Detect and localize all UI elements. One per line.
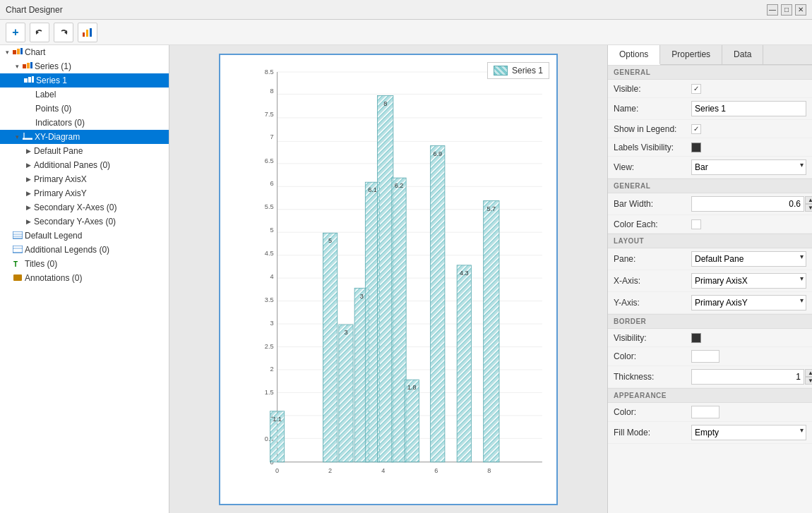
chart-container: Series 1	[219, 54, 558, 505]
bar-1	[323, 233, 337, 462]
view-select[interactable]: Bar	[691, 159, 806, 175]
redo-button[interactable]	[54, 23, 73, 42]
border-thickness-down[interactable]: ▼	[805, 377, 812, 385]
svg-text:2: 2	[270, 365, 273, 372]
bar-width-spinner: ▲ ▼	[805, 196, 812, 212]
add-button[interactable]: +	[6, 23, 25, 42]
border-thickness-input[interactable]	[691, 369, 804, 385]
svg-rect-8	[23, 64, 26, 68]
svg-rect-3	[86, 30, 88, 37]
prop-value-border-thickness: ▲ ▼	[691, 369, 812, 385]
prop-label-visible: Visible:	[614, 84, 691, 94]
prop-value-pane: Default Pane	[691, 251, 806, 267]
props-content: GENERAL Visible: ✓ Name: Show in Legend:…	[608, 65, 812, 444]
tree-item-additional-panes[interactable]: ▶ Additional Panes (0)	[0, 158, 169, 172]
expand-chart[interactable]: ▾	[3, 48, 11, 56]
prop-view: View: Bar	[608, 157, 812, 179]
tree-label-secondary-x-axes: Secondary X-Axes (0)	[34, 203, 117, 212]
tree-item-series1[interactable]: Series 1	[0, 73, 169, 87]
chart-button[interactable]	[78, 23, 97, 42]
tree-item-annotations[interactable]: Annotations (0)	[0, 271, 169, 285]
tree-item-primary-axisx[interactable]: ▶ Primary AxisX	[0, 172, 169, 186]
svg-text:3.5: 3.5	[265, 296, 274, 303]
minimize-button[interactable]: —	[767, 4, 778, 16]
svg-text:5: 5	[270, 227, 273, 234]
toolbar: +	[0, 20, 812, 45]
tree-item-primary-axisy[interactable]: ▶ Primary AxisY	[0, 186, 169, 200]
expand-series-group[interactable]: ▾	[13, 62, 21, 71]
expand-additional-panes[interactable]: ▶	[24, 161, 32, 169]
appearance-color-swatch[interactable]	[691, 406, 720, 418]
prop-name: Name:	[608, 98, 812, 120]
tree-item-xy-diagram[interactable]: ▾ XY-Diagram	[0, 130, 169, 144]
bar-8	[431, 145, 445, 461]
expand-default-pane[interactable]: ▶	[24, 147, 32, 155]
y-axis-select-wrap: Primary AxisY	[691, 295, 806, 310]
prop-label-border-visibility: Visibility:	[614, 333, 691, 343]
tree-item-secondary-x-axes[interactable]: ▶ Secondary X-Axes (0)	[0, 200, 169, 215]
tree-item-label[interactable]: Label	[0, 87, 169, 102]
labels-visibility-indicator[interactable]	[691, 143, 701, 152]
prop-show-in-legend: Show in Legend: ✓	[608, 120, 812, 138]
tree-label-annotations: Annotations (0)	[25, 273, 82, 283]
svg-rect-18	[13, 246, 23, 253]
tab-properties[interactable]: Properties	[660, 45, 722, 64]
bar-10	[484, 200, 499, 461]
svg-rect-7	[20, 48, 23, 54]
x-axis-select[interactable]: Primary AxisX	[691, 273, 806, 289]
section-general-1: GENERAL	[608, 65, 812, 80]
bar-width-up[interactable]: ▲	[805, 196, 812, 204]
bar-width-down[interactable]: ▼	[805, 204, 812, 212]
tree-item-default-legend[interactable]: Default Legend	[0, 229, 169, 243]
tree-item-chart[interactable]: ▾ Chart	[0, 45, 169, 59]
tree-item-series-group[interactable]: ▾ Series (1)	[0, 59, 169, 73]
svg-rect-9	[27, 63, 30, 68]
tab-data[interactable]: Data	[722, 45, 763, 64]
prop-label-border-thickness: Thickness:	[614, 372, 691, 382]
border-color-swatch[interactable]	[691, 350, 720, 363]
visible-checkbox[interactable]: ✓	[691, 84, 701, 94]
tree-item-secondary-y-axes[interactable]: ▶ Secondary Y-Axes (0)	[0, 215, 169, 229]
prop-x-axis: X-Axis: Primary AxisX	[608, 270, 812, 292]
tree-item-additional-legends[interactable]: Additional Legends (0)	[0, 243, 169, 257]
prop-label-appearance-color: Color:	[614, 407, 691, 417]
undo-button[interactable]	[30, 23, 49, 42]
tree-label-series1: Series 1	[36, 76, 67, 85]
expand-xy-diagram[interactable]: ▾	[13, 133, 21, 141]
tab-options[interactable]: Options	[608, 45, 660, 65]
prop-y-axis: Y-Axis: Primary AxisY	[608, 292, 812, 314]
close-button[interactable]: ✕	[795, 4, 806, 16]
pane-select[interactable]: Default Pane	[691, 251, 806, 267]
tree-item-points[interactable]: Points (0)	[0, 102, 169, 116]
expand-secondary-y-axes[interactable]: ▶	[24, 217, 32, 226]
bar-width-wrap: ▲ ▼	[691, 196, 812, 212]
prop-label-fill-mode: Fill Mode:	[614, 428, 691, 437]
expand-primary-axisy[interactable]: ▶	[24, 189, 32, 198]
bar-width-input[interactable]	[691, 196, 804, 212]
tree-label-additional-legends: Additional Legends (0)	[25, 245, 109, 255]
show-in-legend-checkbox[interactable]: ✓	[691, 124, 701, 134]
tree-item-indicators[interactable]: Indicators (0)	[0, 116, 169, 130]
bar-2	[339, 325, 353, 462]
tree-item-titles[interactable]: T Titles (0)	[0, 257, 169, 271]
expand-primary-axisx[interactable]: ▶	[24, 175, 32, 183]
bar-label-8: 6.9	[433, 150, 442, 157]
bar-label-10: 5.7	[487, 205, 496, 212]
border-visibility-indicator[interactable]	[691, 333, 701, 343]
y-axis-select[interactable]: Primary AxisY	[691, 295, 806, 310]
svg-rect-11	[24, 78, 28, 83]
border-thickness-up[interactable]: ▲	[805, 369, 812, 377]
color-each-checkbox[interactable]	[691, 219, 701, 229]
tree-item-default-pane[interactable]: ▶ Default Pane	[0, 144, 169, 158]
prop-pane: Pane: Default Pane	[608, 248, 812, 270]
maximize-button[interactable]: □	[781, 4, 792, 16]
fill-mode-select[interactable]: Empty Solid Hatch	[691, 425, 806, 440]
svg-text:2: 2	[328, 467, 332, 474]
name-input[interactable]	[691, 101, 806, 116]
prop-fill-mode: Fill Mode: Empty Solid Hatch	[608, 422, 812, 444]
bar-5	[378, 95, 393, 461]
tree-label-default-legend: Default Legend	[25, 231, 82, 241]
expand-secondary-x-axes[interactable]: ▶	[24, 203, 32, 212]
border-thickness-spinner: ▲ ▼	[805, 369, 812, 385]
svg-text:4: 4	[381, 467, 385, 474]
